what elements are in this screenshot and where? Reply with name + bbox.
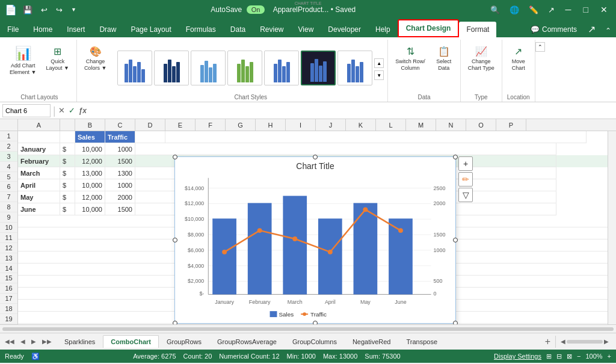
tab-help[interactable]: Help — [368, 22, 398, 37]
chart-style-4[interactable] — [227, 51, 262, 85]
sheet-tab-combochart[interactable]: ComboChart — [103, 335, 159, 348]
switch-row-col-btn[interactable]: ⇅ Switch Row/Column — [392, 43, 429, 74]
cell-a3[interactable]: February — [18, 155, 60, 167]
col-header-g[interactable]: G — [226, 119, 256, 131]
tab-page-layout[interactable]: Page Layout — [123, 22, 178, 37]
chart-style-6[interactable] — [301, 51, 336, 85]
tab-share[interactable]: ↗ — [583, 21, 600, 37]
col-header-h[interactable]: H — [256, 119, 286, 131]
col-header-o[interactable]: O — [466, 119, 496, 131]
cell-b2-dollar[interactable]: $ — [60, 143, 75, 155]
formula-input[interactable] — [89, 104, 614, 117]
cell-c3[interactable]: 1500 — [105, 155, 135, 167]
tab-formulas[interactable]: Formulas — [179, 22, 223, 37]
handle-bc[interactable] — [313, 321, 318, 324]
cell-b1-dollar[interactable] — [60, 131, 75, 143]
sheet-tab-grouprowsaverage[interactable]: GroupRowsAverage — [209, 335, 285, 348]
col-header-i[interactable]: I — [286, 119, 316, 131]
cell-b7-dollar[interactable]: $ — [60, 203, 75, 215]
cell-a5[interactable]: April — [18, 179, 60, 191]
col-header-f[interactable]: F — [196, 119, 226, 131]
col-header-e[interactable]: E — [165, 119, 196, 131]
move-chart-btn[interactable]: ↗ MoveChart — [506, 43, 531, 74]
cell-a4[interactable]: March — [18, 167, 60, 179]
col-header-p[interactable]: P — [496, 119, 526, 131]
scroll-up-btn[interactable]: ▲ — [374, 58, 384, 68]
col-header-n[interactable]: N — [436, 119, 466, 131]
tab-home[interactable]: Home — [26, 22, 60, 37]
h-scroll-left[interactable]: ◀ — [561, 338, 565, 345]
handle-mr[interactable] — [453, 238, 458, 242]
cell-b2[interactable]: 10,000 — [75, 143, 105, 155]
tab-insert[interactable]: Insert — [60, 22, 92, 37]
scroll-down-btn[interactable]: ▼ — [374, 70, 384, 80]
cell-b7[interactable]: 10,000 — [75, 203, 105, 215]
tab-chart-design[interactable]: Chart Design — [398, 19, 460, 37]
sheet-nav-first[interactable]: ◀◀ — [2, 337, 17, 346]
tab-view[interactable]: View — [291, 22, 321, 37]
confirm-formula-icon[interactable]: ✓ — [69, 106, 75, 115]
tab-developer[interactable]: Developer — [321, 22, 368, 37]
view-layout-icon[interactable]: ⊟ — [556, 353, 562, 360]
tab-format[interactable]: Format — [459, 22, 496, 37]
name-box[interactable]: Chart 6 — [2, 104, 51, 117]
col-header-d[interactable]: D — [135, 119, 165, 131]
quick-layout-btn[interactable]: ⊞ QuickLayout ▼ — [42, 43, 72, 74]
display-settings[interactable]: Display Settings — [494, 353, 541, 360]
tab-data[interactable]: Data — [223, 22, 253, 37]
vertical-scrollbar[interactable] — [608, 131, 616, 324]
cell-b6[interactable]: 12,000 — [75, 191, 105, 203]
cell-b3[interactable]: 12,000 — [75, 155, 105, 167]
horizontal-scrollbar[interactable] — [0, 324, 616, 333]
tab-file[interactable]: File — [0, 22, 26, 37]
handle-bl[interactable] — [173, 321, 177, 324]
sheet-tab-negativered[interactable]: NegativeRed — [345, 335, 399, 348]
tab-review[interactable]: Review — [253, 22, 291, 37]
cell-a2[interactable]: January — [18, 143, 60, 155]
cell-b4-dollar[interactable]: $ — [60, 167, 75, 179]
cell-b5[interactable]: 10,000 — [75, 179, 105, 191]
cell-a6[interactable]: May — [18, 191, 60, 203]
change-chart-type-btn[interactable]: 📈 ChangeChart Type — [464, 43, 498, 74]
handle-tl[interactable] — [173, 155, 177, 159]
chart-style-5[interactable] — [264, 51, 299, 85]
cell-c7[interactable]: 1500 — [105, 203, 135, 215]
chart-elements-btn[interactable]: + — [458, 156, 473, 171]
cell-b1[interactable]: Sales — [75, 131, 105, 143]
cell-b5-dollar[interactable]: $ — [60, 179, 75, 191]
zoom-out-btn[interactable]: − — [577, 353, 581, 360]
handle-tc[interactable] — [313, 155, 318, 159]
cell-rest-2[interactable] — [135, 143, 556, 155]
col-header-b[interactable]: B — [75, 119, 105, 131]
change-colors-btn[interactable]: 🎨 ChangeColors ▼ — [81, 43, 110, 74]
cell-c4[interactable]: 1300 — [105, 167, 135, 179]
tab-comments[interactable]: 💬 Comments — [525, 22, 583, 37]
handle-br[interactable] — [453, 321, 458, 324]
chart-styles-btn[interactable]: ✏ — [458, 172, 473, 187]
insert-function-icon[interactable]: ƒx — [79, 106, 87, 115]
cell-a7[interactable]: June — [18, 203, 60, 215]
view-normal-icon[interactable]: ⊞ — [546, 353, 552, 360]
col-header-a[interactable]: A — [18, 119, 60, 131]
cell-c1[interactable]: Traffic — [105, 131, 135, 143]
col-header-k[interactable]: K — [346, 119, 376, 131]
ribbon-collapse-btn[interactable]: ⌃ — [535, 40, 545, 102]
chart-filters-btn[interactable]: ▽ — [458, 188, 473, 202]
cancel-formula-icon[interactable]: ✕ — [58, 106, 65, 115]
sheet-tab-sparklines[interactable]: Sparklines — [57, 335, 103, 348]
sheet-tab-grouprows[interactable]: GroupRows — [159, 335, 209, 348]
sheet-nav-next[interactable]: ▶ — [29, 337, 38, 346]
cell-d1[interactable] — [135, 131, 165, 143]
tab-draw[interactable]: Draw — [92, 22, 123, 37]
sheet-tab-transpose[interactable]: Transpose — [398, 335, 445, 348]
col-header-m[interactable]: M — [406, 119, 436, 131]
select-data-btn[interactable]: 📋 SelectData — [431, 43, 457, 74]
sheet-nav-last[interactable]: ▶▶ — [40, 337, 54, 346]
chart-styles-scroll[interactable]: ▲ ▼ — [374, 56, 384, 80]
col-header-c[interactable]: C — [105, 119, 135, 131]
chart-style-7[interactable] — [337, 51, 372, 85]
add-sheet-btn[interactable]: + — [540, 336, 555, 347]
chart-style-1[interactable]: CHART TITLE — [117, 51, 152, 85]
sheet-nav-prev[interactable]: ◀ — [18, 337, 28, 346]
cell-c6[interactable]: 2000 — [105, 191, 135, 203]
